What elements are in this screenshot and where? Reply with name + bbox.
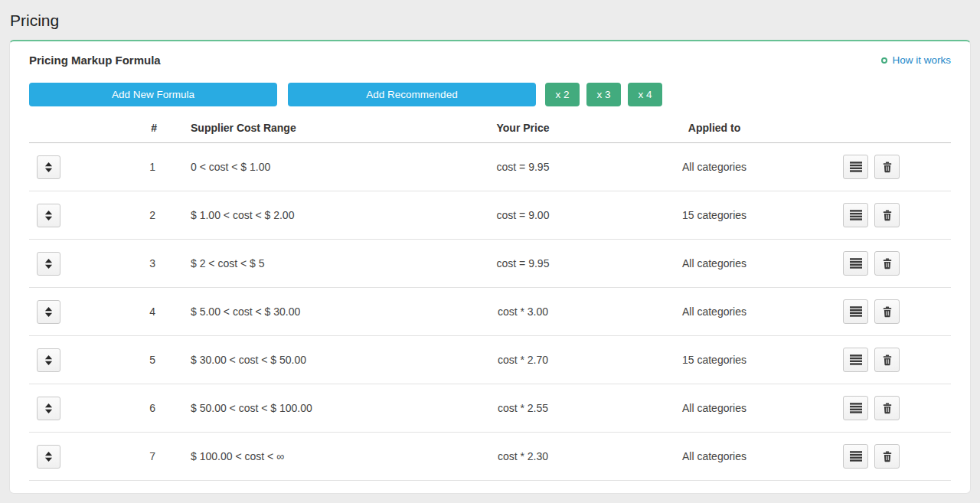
- delete-row-button[interactable]: [874, 444, 900, 469]
- up-down-sort-icon: [44, 258, 53, 269]
- supplier-cost-range-value: $ 2 < cost < $ 5: [171, 257, 431, 269]
- add-new-formula-button[interactable]: Add New Formula: [29, 83, 277, 106]
- toolbar: Add New Formula Add Recommended x 2 x 3 …: [10, 76, 970, 106]
- menu-bars-icon: [850, 402, 862, 414]
- multiply-by-4-button[interactable]: x 4: [628, 83, 662, 106]
- up-down-sort-icon: [44, 162, 53, 173]
- table-row: 5 $ 30.00 < cost < $ 50.00 cost * 2.70 1…: [29, 336, 951, 384]
- row-number: 7: [64, 450, 171, 462]
- trash-icon: [882, 306, 893, 318]
- row-actions: [814, 299, 971, 324]
- drag-cell: [29, 204, 64, 227]
- delete-row-button[interactable]: [874, 203, 900, 227]
- table-row: 2 $ 1.00 < cost < $ 2.00 cost = 9.00 15 …: [29, 191, 951, 240]
- drag-handle-button[interactable]: [37, 397, 60, 420]
- table-row: 7 $ 100.00 < cost < ∞ cost * 2.30 All ca…: [29, 433, 951, 481]
- row-menu-button[interactable]: [843, 203, 868, 227]
- drag-handle-button[interactable]: [37, 348, 60, 372]
- delete-row-button[interactable]: [874, 299, 900, 324]
- applied-to-value: All categories: [615, 161, 814, 173]
- row-menu-button[interactable]: [843, 396, 868, 420]
- drag-handle-button[interactable]: [37, 445, 60, 469]
- row-number: 4: [64, 305, 171, 318]
- page-title: Pricing: [0, 0, 980, 40]
- pricing-markup-card: Pricing Markup Formula How it works Add …: [9, 40, 971, 494]
- menu-bars-icon: [850, 354, 862, 366]
- menu-bars-icon: [850, 209, 862, 221]
- supplier-cost-range-value: $ 1.00 < cost < $ 2.00: [171, 209, 431, 221]
- how-it-works-label: How it works: [892, 54, 951, 66]
- green-ring-icon: [881, 57, 887, 64]
- your-price-value: cost * 3.00: [431, 305, 615, 318]
- menu-bars-icon: [850, 161, 862, 173]
- trash-icon: [882, 210, 893, 221]
- row-actions: [814, 155, 971, 179]
- card-title: Pricing Markup Formula: [29, 54, 161, 67]
- menu-bars-icon: [850, 305, 862, 318]
- drag-cell: [29, 445, 64, 469]
- row-number: 2: [64, 209, 171, 221]
- how-it-works-link[interactable]: How it works: [881, 54, 951, 66]
- trash-icon: [882, 162, 893, 173]
- row-number: 3: [64, 257, 171, 269]
- applied-to-value: All categories: [615, 450, 814, 462]
- drag-cell: [29, 252, 64, 276]
- row-actions: [814, 396, 971, 420]
- delete-row-button[interactable]: [874, 348, 900, 372]
- delete-row-button[interactable]: [874, 155, 900, 179]
- up-down-sort-icon: [44, 403, 53, 414]
- drag-handle-button[interactable]: [37, 155, 60, 179]
- trash-icon: [882, 403, 893, 414]
- header-supplier-cost-range: Supplier Cost Range: [171, 122, 431, 134]
- applied-to-value: All categories: [615, 257, 814, 269]
- drag-cell: [29, 300, 64, 324]
- formulas-table: # Supplier Cost Range Your Price Applied…: [29, 113, 951, 481]
- drag-cell: [29, 397, 64, 420]
- up-down-sort-icon: [44, 451, 53, 462]
- row-menu-button[interactable]: [843, 155, 868, 179]
- supplier-cost-range-value: $ 50.00 < cost < $ 100.00: [171, 402, 431, 414]
- applied-to-value: 15 categories: [615, 209, 814, 221]
- your-price-value: cost = 9.95: [431, 257, 615, 269]
- table-body: 1 0 < cost < $ 1.00 cost = 9.95 All cate…: [29, 143, 951, 481]
- table-row: 3 $ 2 < cost < $ 5 cost = 9.95 All categ…: [29, 240, 951, 288]
- applied-to-value: All categories: [615, 305, 814, 318]
- row-menu-button[interactable]: [843, 251, 868, 276]
- row-number: 5: [64, 354, 171, 366]
- your-price-value: cost * 2.55: [431, 402, 615, 414]
- applied-to-value: All categories: [615, 402, 814, 414]
- row-menu-button[interactable]: [843, 299, 868, 324]
- row-actions: [814, 251, 971, 276]
- supplier-cost-range-value: $ 100.00 < cost < ∞: [171, 450, 431, 462]
- supplier-cost-range-value: 0 < cost < $ 1.00: [171, 161, 431, 173]
- applied-to-value: 15 categories: [615, 354, 814, 366]
- row-menu-button[interactable]: [843, 444, 868, 469]
- card-header: Pricing Markup Formula How it works: [10, 41, 970, 76]
- add-recommended-button[interactable]: Add Recommended: [288, 83, 536, 106]
- up-down-sort-icon: [44, 210, 53, 221]
- table-row: 4 $ 5.00 < cost < $ 30.00 cost * 3.00 Al…: [29, 288, 951, 336]
- trash-icon: [882, 451, 893, 462]
- multiply-by-2-button[interactable]: x 2: [545, 83, 580, 106]
- row-menu-button[interactable]: [843, 348, 868, 372]
- delete-row-button[interactable]: [874, 251, 900, 276]
- drag-handle-button[interactable]: [37, 252, 60, 276]
- trash-icon: [882, 354, 893, 366]
- your-price-value: cost * 2.70: [431, 354, 615, 366]
- drag-handle-button[interactable]: [37, 300, 60, 324]
- menu-bars-icon: [850, 450, 862, 462]
- your-price-value: cost = 9.95: [431, 161, 615, 173]
- delete-row-button[interactable]: [874, 396, 900, 420]
- header-number: #: [64, 122, 171, 134]
- trash-icon: [882, 258, 893, 269]
- header-your-price: Your Price: [431, 122, 615, 134]
- table-header-row: # Supplier Cost Range Your Price Applied…: [29, 113, 951, 143]
- supplier-cost-range-value: $ 5.00 < cost < $ 30.00: [171, 305, 431, 318]
- your-price-value: cost * 2.30: [431, 450, 615, 462]
- drag-cell: [29, 348, 64, 372]
- table-row: 6 $ 50.00 < cost < $ 100.00 cost * 2.55 …: [29, 384, 951, 433]
- menu-bars-icon: [850, 257, 862, 269]
- drag-handle-button[interactable]: [37, 204, 60, 227]
- multiply-by-3-button[interactable]: x 3: [586, 83, 621, 106]
- row-actions: [814, 444, 971, 469]
